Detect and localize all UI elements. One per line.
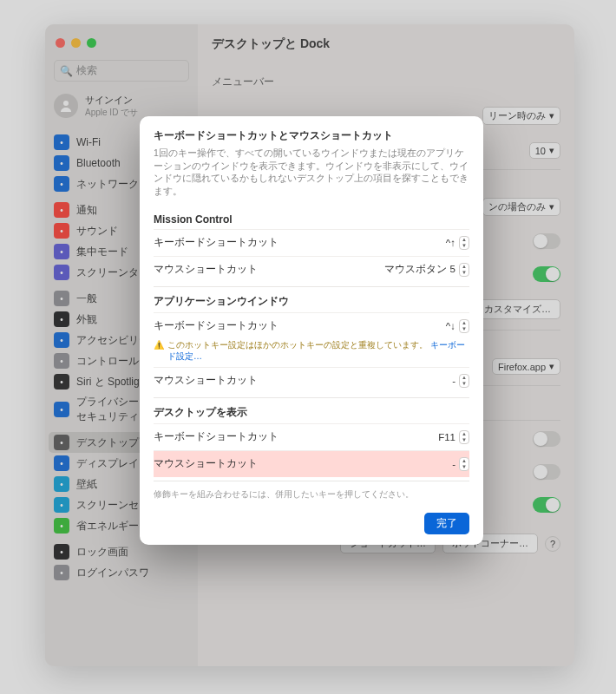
stepper-icon[interactable]: ▲▼: [459, 263, 469, 277]
stepper-icon[interactable]: ▲▼: [459, 457, 469, 471]
shortcut-value[interactable]: -▲▼: [452, 457, 469, 471]
shortcut-row: キーボードショートカット^↓▲▼: [154, 312, 469, 339]
modal-hint: 修飾キーを組み合わせるには、併用したいキーを押してください。: [154, 481, 469, 504]
shortcut-label: キーボードショートカット: [154, 236, 279, 249]
shortcut-row: キーボードショートカットF11▲▼: [154, 423, 469, 450]
shortcut-row: マウスショートカットマウスボタン 5▲▼: [154, 256, 469, 283]
modal-section-heading: デスクトップを表示: [154, 397, 469, 423]
stepper-icon[interactable]: ▲▼: [459, 236, 469, 250]
shortcut-value[interactable]: マウスボタン 5▲▼: [384, 263, 469, 277]
stepper-icon[interactable]: ▲▼: [459, 374, 469, 388]
shortcut-label: キーボードショートカット: [154, 319, 279, 332]
shortcut-value[interactable]: ^↓▲▼: [446, 319, 469, 333]
stepper-icon[interactable]: ▲▼: [459, 319, 469, 333]
modal-section-heading: アプリケーションウインドウ: [154, 286, 469, 312]
shortcut-label: マウスショートカット: [154, 457, 258, 470]
shortcut-value[interactable]: -▲▼: [452, 374, 469, 388]
shortcuts-modal: キーボードショートカットとマウスショートカット 1回のキー操作で、すべての開いて…: [140, 116, 483, 545]
warning-text: ⚠️このホットキー設定はほかのホットキーの設定と重複しています。 キーボード設定…: [154, 339, 469, 367]
warning-icon: ⚠️: [154, 339, 164, 350]
shortcut-label: キーボードショートカット: [154, 430, 279, 443]
modal-title: キーボードショートカットとマウスショートカット: [154, 128, 469, 143]
shortcut-row: キーボードショートカット^↑▲▼: [154, 229, 469, 256]
shortcut-row: マウスショートカット-▲▼: [154, 367, 469, 394]
modal-desc: 1回のキー操作で、すべての開いているウインドウまたは現在のアプリケーションのウイ…: [154, 147, 469, 198]
modal-section-heading: Mission Control: [154, 206, 469, 229]
shortcut-value[interactable]: F11▲▼: [438, 430, 469, 444]
keyboard-settings-link[interactable]: キーボード設定…: [167, 340, 465, 361]
done-button[interactable]: 完了: [424, 513, 469, 534]
shortcut-label: マウスショートカット: [154, 374, 258, 387]
shortcut-value[interactable]: ^↑▲▼: [446, 236, 469, 250]
shortcut-label: マウスショートカット: [154, 263, 258, 276]
stepper-icon[interactable]: ▲▼: [459, 430, 469, 444]
shortcut-row: マウスショートカット-▲▼: [154, 450, 469, 477]
